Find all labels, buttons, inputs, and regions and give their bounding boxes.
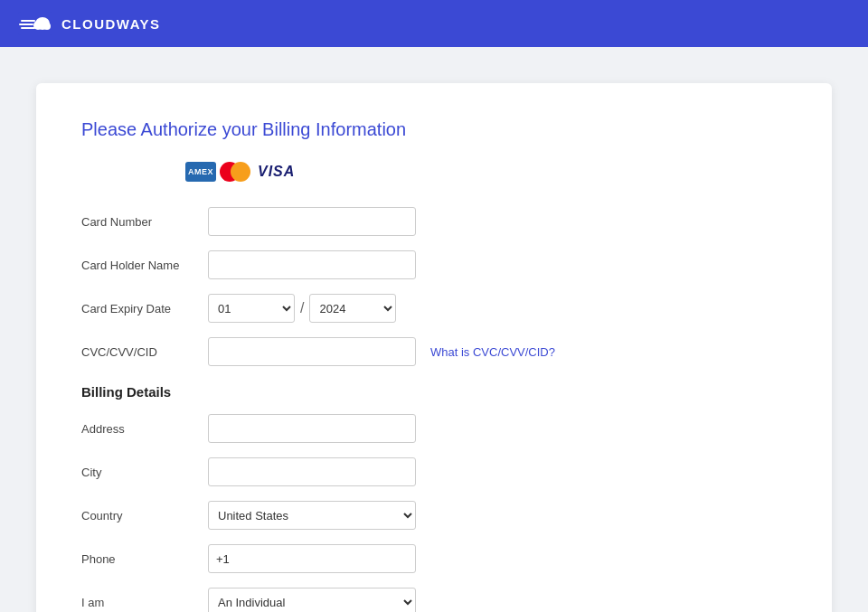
i-am-select[interactable]: An IndividualA Business	[208, 588, 416, 612]
cvc-input[interactable]	[208, 337, 416, 366]
card-holder-row: Card Holder Name	[81, 250, 787, 279]
cvc-row: CVC/CVV/CID What is CVC/CVV/CID?	[81, 337, 787, 366]
card-number-input[interactable]	[208, 207, 416, 236]
cloudways-logo-icon	[18, 12, 52, 35]
amex-icon: AMEX	[185, 162, 216, 182]
expiry-separator: /	[300, 300, 304, 316]
address-row: Address	[81, 414, 787, 443]
city-label: City	[81, 466, 208, 479]
country-select[interactable]: United StatesUnited KingdomCanadaAustral…	[208, 501, 416, 530]
header-title: CLOUDWAYS	[61, 16, 161, 32]
expiry-month-select[interactable]: 010203040506070809101112	[208, 294, 295, 323]
page-content: Please Authorize your Billing Informatio…	[0, 47, 868, 612]
i-am-label: I am	[81, 596, 208, 609]
card-number-row: Card Number	[81, 207, 787, 236]
svg-point-6	[43, 23, 51, 30]
mastercard-icon	[220, 162, 250, 182]
city-input[interactable]	[208, 457, 416, 486]
expiry-year-select[interactable]: 2024202520262027202820292030203120322033…	[309, 294, 396, 323]
logo: CLOUDWAYS	[18, 12, 161, 35]
card-expiry-label: Card Expiry Date	[81, 302, 208, 315]
card-holder-input[interactable]	[208, 250, 416, 279]
cvc-help-link[interactable]: What is CVC/CVV/CID?	[430, 345, 555, 359]
header: CLOUDWAYS	[0, 0, 868, 47]
card-number-label: Card Number	[81, 215, 208, 229]
country-label: Country	[81, 509, 208, 523]
mc-right-circle	[231, 162, 250, 182]
city-row: City	[81, 457, 787, 486]
visa-icon: VISA	[254, 164, 298, 180]
billing-card: Please Authorize your Billing Informatio…	[36, 83, 832, 612]
phone-label: Phone	[81, 552, 208, 566]
cvc-label: CVC/CVV/CID	[81, 345, 208, 359]
card-holder-label: Card Holder Name	[81, 259, 208, 272]
country-row: Country United StatesUnited KingdomCanad…	[81, 501, 787, 530]
address-input[interactable]	[208, 414, 416, 443]
cvc-input-group: What is CVC/CVV/CID?	[208, 337, 555, 366]
card-expiry-row: Card Expiry Date 01020304050607080910111…	[81, 294, 787, 323]
card-brands: AMEX VISA	[185, 162, 787, 182]
expiry-selects: 010203040506070809101112 / 2024202520262…	[208, 294, 396, 323]
page-heading: Please Authorize your Billing Informatio…	[81, 119, 787, 140]
phone-row: Phone	[81, 544, 787, 573]
address-label: Address	[81, 422, 208, 436]
i-am-row: I am An IndividualA Business	[81, 588, 787, 612]
billing-details-heading: Billing Details	[81, 384, 787, 400]
phone-input[interactable]	[208, 544, 416, 573]
svg-point-5	[33, 21, 42, 30]
